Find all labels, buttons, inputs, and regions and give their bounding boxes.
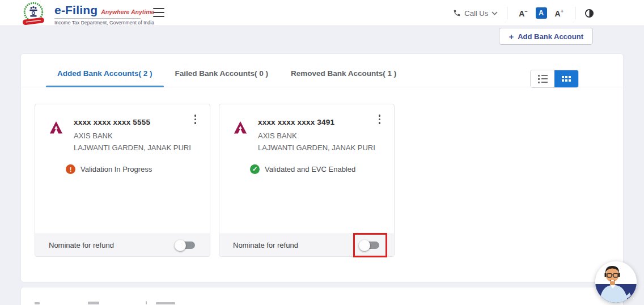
nominate-refund-toggle[interactable] (175, 240, 195, 251)
add-bank-account-button[interactable]: + Add Bank Account (499, 28, 593, 45)
view-mode-toggle (530, 70, 579, 88)
card-options-menu-icon[interactable] (376, 112, 383, 126)
card-options-menu-icon[interactable] (192, 112, 199, 126)
account-status: Validation In Progress (80, 165, 152, 173)
next-section-panel (20, 287, 624, 305)
header-utility-controls: Call Us A− A A+ (453, 0, 594, 26)
bank-name: AXIS BANK (258, 132, 375, 140)
brand-divider (54, 18, 141, 19)
account-number: xxxx xxxx xxxx 3491 (258, 118, 375, 126)
font-increase-button[interactable]: A+ (553, 7, 566, 19)
header-divider (575, 7, 575, 19)
bank-branch: LAJWANTI GARDEN, JANAK PURI (74, 143, 191, 152)
font-decrease-button[interactable]: A− (516, 7, 529, 19)
header-divider (507, 7, 507, 19)
clipped-text-fragment (146, 301, 147, 304)
nominate-refund-toggle[interactable] (359, 240, 379, 251)
phone-icon (453, 9, 461, 17)
top-navigation-bar: e-Filing Anywhere Anytime Income Tax Dep… (0, 0, 644, 26)
font-default-button[interactable]: A (536, 7, 547, 19)
plus-icon: + (509, 32, 514, 41)
chevron-down-icon (492, 11, 498, 15)
nominate-for-refund-label: Nominate for refund (233, 241, 298, 249)
axis-bank-logo-icon (49, 119, 63, 136)
clipped-text-fragment (156, 302, 175, 304)
call-us-dropdown[interactable]: Call Us (453, 9, 498, 18)
department-name: Income Tax Department, Government of Ind… (54, 20, 154, 26)
bank-account-card: xxxx xxxx xxxx 3491 AXIS BANK LAJWANTI G… (219, 104, 395, 257)
grid-view-icon (562, 76, 571, 82)
clipped-text-fragment (35, 302, 40, 304)
bank-name: AXIS BANK (74, 132, 191, 140)
card-footer: Nominate for refund (219, 234, 394, 256)
nominate-for-refund-label: Nominate for refund (49, 241, 114, 249)
account-status: Validated and EVC Enabled (265, 165, 355, 173)
card-footer: Nominate for refund (35, 234, 210, 256)
bank-account-card: xxxx xxxx xxxx 5555 AXIS BANK LAJWANTI G… (35, 104, 210, 257)
bank-accounts-panel: Added Bank Accounts( 2 ) Failed Bank Acc… (20, 53, 624, 282)
income-tax-department-emblem-icon (22, 2, 45, 27)
app-tagline: Anywhere Anytime (101, 9, 154, 15)
validated-check-icon: ✓ (250, 164, 260, 174)
chat-assistant-avatar[interactable] (595, 261, 637, 303)
bank-branch: LAJWANTI GARDEN, JANAK PURI (258, 143, 375, 152)
efiling-bank-accounts-page: e-Filing Anywhere Anytime Income Tax Dep… (0, 0, 644, 305)
tab-removed-bank-accounts[interactable]: Removed Bank Accounts( 1 ) (279, 69, 408, 87)
account-number: xxxx xxxx xxxx 5555 (74, 118, 191, 126)
list-view-button[interactable] (531, 70, 554, 87)
axis-bank-logo-icon (233, 119, 248, 136)
grid-view-button[interactable] (554, 70, 578, 87)
validation-warning-icon: ! (66, 164, 75, 174)
tab-failed-bank-accounts[interactable]: Failed Bank Accounts( 0 ) (164, 69, 280, 87)
app-title: e-Filing (54, 3, 98, 17)
hamburger-menu-icon[interactable] (153, 8, 166, 17)
call-us-label: Call Us (464, 9, 488, 18)
list-view-icon (538, 75, 548, 83)
clipped-text-fragment (88, 302, 99, 304)
tab-added-bank-accounts[interactable]: Added Bank Accounts( 2 ) (46, 69, 164, 87)
bank-accounts-tabs: Added Bank Accounts( 2 ) Failed Bank Acc… (21, 54, 623, 87)
dark-mode-toggle-icon[interactable] (584, 9, 594, 18)
brand-lockup: e-Filing Anywhere Anytime Income Tax Dep… (54, 3, 154, 26)
